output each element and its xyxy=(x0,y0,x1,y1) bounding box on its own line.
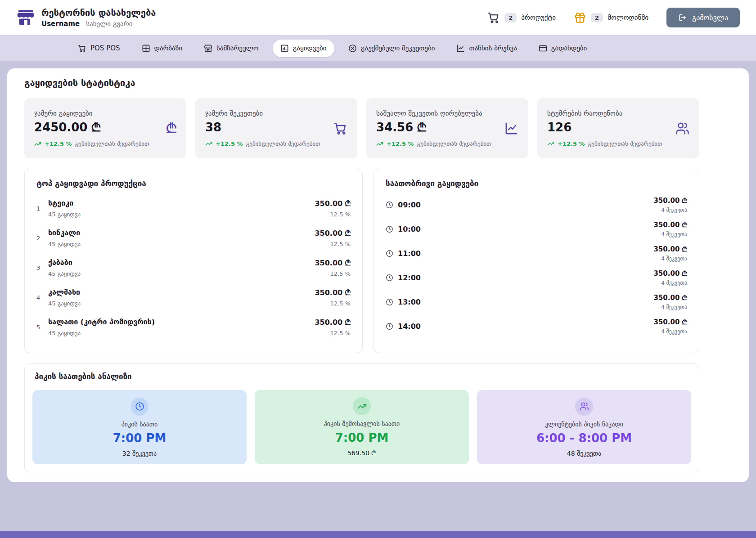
pending-orders-indicator[interactable]: 2 მოლოდინში xyxy=(574,11,648,24)
product-name: სალათი (კიტრი პომიდვრის) xyxy=(48,318,155,326)
hour-time: 12:00 xyxy=(398,273,421,282)
hourly-sales-title: საათობრივი გაყიდვები xyxy=(386,179,687,188)
product-name: ხინკალი xyxy=(48,229,81,237)
product-amount: 350.00 ₾ xyxy=(315,199,351,208)
product-percent: 12.5 % xyxy=(315,300,351,307)
bar-chart-icon xyxy=(280,44,289,53)
trend-up-icon xyxy=(34,140,41,148)
product-percent: 12.5 % xyxy=(315,211,351,218)
product-sold: 45 გაყიდვა xyxy=(48,211,81,218)
stat-change: +12.5 % xyxy=(45,140,72,147)
pending-count-badge: 2 xyxy=(591,13,603,22)
x-circle-icon xyxy=(348,44,357,53)
sales-statistics-page: გაყიდვების სტატისტიკა ჯამური გაყიდვები 2… xyxy=(7,68,749,482)
stat-compare: გუშინდელთან შედარებით xyxy=(75,140,149,147)
product-amount: 350.00 ₾ xyxy=(315,288,351,297)
tab-cancelled-orders[interactable]: გაუქმებული შეკვეთები xyxy=(341,40,443,57)
header-actions: 2 პროდუქტი 2 მოლოდინში გამოსვლა xyxy=(487,8,740,27)
hour-amount: 350.00 ₾ xyxy=(653,197,687,205)
product-sold: 45 გაყიდვა xyxy=(48,241,81,247)
tab-kitchen[interactable]: სამზარეულო xyxy=(196,40,266,57)
store-icon xyxy=(204,44,212,53)
username: Username xyxy=(41,20,80,28)
stat-change: +12.5 % xyxy=(558,140,585,147)
product-rank: 5 xyxy=(36,324,48,331)
product-row: 1 სტეიკი 45 გაყიდვა 350.00 ₾ 12.5 % xyxy=(36,193,351,223)
peak-card-label: პიკის შემოსავლის საათი xyxy=(324,420,400,427)
stat-compare: გუშინდელთან შედარებით xyxy=(417,140,491,147)
tab-label: თანხის ბრუნვა xyxy=(469,44,517,52)
hour-time: 11:00 xyxy=(398,249,421,258)
stat-label: სტუმრების რაოდენობა xyxy=(547,109,675,117)
hour-row: 12:00 350.00 ₾ 4 შეკვეთა xyxy=(386,265,687,290)
stat-card-guest-count: სტუმრების რაოდენობა 126 +12.5 % გუშინდელ… xyxy=(537,98,699,158)
tab-label: გაუქმებული შეკვეთები xyxy=(361,44,435,52)
clock-icon xyxy=(386,323,393,330)
cart-icon xyxy=(487,11,500,24)
hour-time: 14:00 xyxy=(398,322,421,331)
stat-value: 34.56 ₾ xyxy=(376,121,504,134)
tab-sales[interactable]: გაყიდვები xyxy=(273,40,334,57)
peak-card-value: 7:00 PM xyxy=(335,431,389,444)
logout-button[interactable]: გამოსვლა xyxy=(666,8,740,27)
tab-label: დარბაზი xyxy=(154,44,182,52)
stat-value: 2450.00 ₾ xyxy=(34,121,166,134)
product-row: 2 ხინკალი 45 გაყიდვა 350.00 ₾ 12.5 % xyxy=(36,223,351,253)
tab-payments[interactable]: გადახდები xyxy=(531,40,594,57)
hourly-sales-panel: საათობრივი გაყიდვები 09:00 350.00 ₾ 4 შე… xyxy=(374,169,699,353)
tab-hall[interactable]: დარბაზი xyxy=(134,40,190,57)
product-rank: 2 xyxy=(36,235,48,242)
footer-bar xyxy=(0,531,756,538)
logout-icon xyxy=(678,13,687,22)
cart-products-indicator[interactable]: 2 პროდუქტი xyxy=(487,11,556,24)
tab-turnover[interactable]: თანხის ბრუნვა xyxy=(449,40,524,57)
line-chart-icon xyxy=(456,44,465,53)
peak-card-sub: 48 შეკვეთა xyxy=(567,450,601,457)
stat-value: 38 xyxy=(205,121,333,134)
logout-label: გამოსვლა xyxy=(692,13,728,22)
peak-card-label: კლიენტების პიკის ნაკადი xyxy=(545,421,623,428)
pending-label: მოლოდინში xyxy=(608,13,648,22)
tab-label: სამზარეულო xyxy=(216,44,259,52)
product-sold: 45 გაყიდვა xyxy=(48,300,81,307)
hour-row: 14:00 350.00 ₾ 4 შეკვეთა xyxy=(386,314,687,338)
stat-compare: გუშინდელთან შედარებით xyxy=(588,140,662,147)
product-row: 5 სალათი (კიტრი პომიდვრის) 45 გაყიდვა 35… xyxy=(36,312,351,342)
page-title: გაყიდვების სტატისტიკა xyxy=(24,77,699,88)
lari-icon: ₾ xyxy=(166,122,176,135)
peak-card-value: 6:00 - 8:00 PM xyxy=(536,431,632,445)
cart-icon xyxy=(333,121,347,135)
trend-up-icon xyxy=(547,140,554,147)
product-rank: 4 xyxy=(36,294,48,301)
hour-orders: 4 შეკვეთა xyxy=(653,328,687,335)
user-fullname: სახელი გვარი xyxy=(86,20,132,28)
product-percent: 12.5 % xyxy=(315,270,351,277)
line-chart-icon xyxy=(504,121,518,135)
top-products-panel: ტოპ გაყიდვადი პროდუქცია 1 სტეიკი 45 გაყი… xyxy=(24,169,363,353)
peak-revenue-card: პიკის შემოსავლის საათი 7:00 PM 569.50 ₾ xyxy=(255,390,469,464)
hour-row: 11:00 350.00 ₾ 4 შეკვეთა xyxy=(386,241,687,265)
product-rank: 1 xyxy=(36,205,48,212)
cart-count-badge: 2 xyxy=(504,13,517,22)
tab-label: გაყიდვები xyxy=(293,44,327,52)
hour-orders: 4 შეკვეთა xyxy=(653,231,687,238)
peak-hours-panel: პიკის საათების ანალიზი პიკის საათი 7:00 … xyxy=(24,363,699,472)
users-icon xyxy=(580,402,589,411)
product-amount: 350.00 ₾ xyxy=(315,229,351,238)
product-name: სტეიკი xyxy=(48,199,81,207)
hour-orders: 4 შეკვეთა xyxy=(653,280,687,286)
hour-time: 09:00 xyxy=(398,201,421,209)
clock-icon xyxy=(386,298,393,306)
product-name: კალმახი xyxy=(48,288,81,296)
peak-card-label: პიკის საათი xyxy=(122,421,158,428)
main-nav: POS POS დარბაზი სამზარეულო გაყიდვები გაუ… xyxy=(0,35,756,61)
stat-change: +12.5 % xyxy=(387,140,414,147)
clock-icon xyxy=(386,225,393,233)
hour-row: 13:00 350.00 ₾ 4 შეკვეთა xyxy=(386,290,687,314)
tab-pos[interactable]: POS POS xyxy=(70,40,128,57)
product-rank: 3 xyxy=(36,265,48,271)
hour-row: 10:00 350.00 ₾ 4 შეკვეთა xyxy=(386,217,687,241)
stat-compare: გუშინდელთან შედარებით xyxy=(246,140,320,147)
stat-card-total-orders: ჯამური შეკვეთები 38 +12.5 % გუშინდელთან … xyxy=(195,98,357,158)
cart-label: პროდუქტი xyxy=(521,13,556,22)
